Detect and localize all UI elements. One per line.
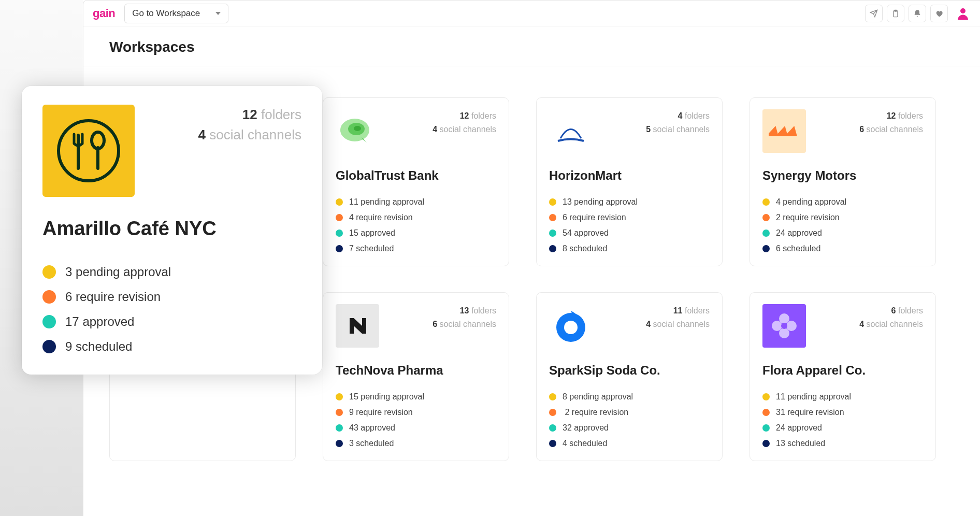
page-title: Workspaces	[83, 26, 980, 66]
workspace-logo	[549, 109, 593, 153]
workspace-card[interactable]: 11 folders 4 social channels SparkSip So…	[536, 292, 723, 461]
clipboard-icon	[891, 9, 900, 18]
stat-approved: 17 approved	[42, 314, 301, 329]
workspace-logo	[336, 109, 379, 153]
workspace-stats: 11 pending approval 31 require revision …	[762, 392, 923, 448]
workspace-stats: 13 pending approval 6 require revision 5…	[549, 197, 710, 253]
chevron-down-icon	[215, 12, 221, 15]
workspace-card[interactable]: 6 folders 4 social channels Flora Appare…	[750, 292, 936, 461]
workspace-card[interactable]: 4 folders 5 social channels HorizonMart …	[536, 97, 723, 266]
topbar: gain Go to Workspace	[83, 1, 980, 26]
favorites-button[interactable]	[930, 5, 948, 22]
workspace-select-dropdown[interactable]: Go to Workspace	[124, 4, 228, 23]
svg-point-2	[960, 8, 965, 13]
workspace-title: SparkSip Soda Co.	[549, 363, 710, 378]
svg-point-7	[564, 321, 578, 334]
featured-workspace-title: Amarillo Café NYC	[42, 218, 301, 240]
workspace-stats: 15 pending approval 9 require revision 4…	[336, 392, 496, 448]
workspace-meta: 11 folders 4 social channels	[646, 304, 710, 331]
workspace-stats: 4 pending approval 2 require revision 24…	[762, 197, 923, 253]
featured-workspace-card[interactable]: 12 folders 4 social channels Amarillo Ca…	[22, 86, 322, 375]
workspace-stats: 11 pending approval 4 require revision 1…	[336, 197, 496, 253]
stat-scheduled: 9 scheduled	[42, 339, 301, 354]
featured-workspace-meta: 12 folders 4 social channels	[198, 105, 301, 145]
svg-point-12	[781, 323, 787, 329]
workspace-logo	[549, 304, 593, 348]
workspace-title: TechNova Pharma	[336, 363, 496, 378]
workspace-title: Flora Apparel Co.	[762, 363, 923, 378]
workspace-title: HorizonMart	[549, 168, 710, 183]
workspace-title: Synergy Motors	[762, 168, 923, 183]
topbar-actions	[865, 5, 971, 22]
notifications-button[interactable]	[909, 5, 926, 22]
workspace-card[interactable]: 12 folders 6 social channels Synergy Mot…	[750, 97, 936, 266]
featured-workspace-logo	[42, 105, 135, 197]
workspace-logo	[762, 304, 806, 348]
dot-approved-icon	[42, 315, 56, 328]
svg-point-11	[786, 321, 797, 331]
workspace-meta: 13 folders 6 social channels	[433, 304, 496, 331]
clipboard-button[interactable]	[887, 5, 904, 22]
dot-scheduled-icon	[42, 340, 56, 353]
svg-point-10	[772, 321, 782, 331]
send-button[interactable]	[865, 5, 883, 22]
workspace-meta: 6 folders 4 social channels	[859, 304, 923, 331]
workspace-meta: 4 folders 5 social channels	[646, 109, 710, 136]
svg-point-13	[59, 121, 119, 181]
workspace-meta: 12 folders 4 social channels	[433, 109, 496, 136]
user-icon	[955, 6, 971, 21]
featured-workspace-stats: 3 pending approval 6 require revision 17…	[42, 265, 301, 354]
workspace-logo	[762, 109, 806, 153]
user-avatar[interactable]	[955, 6, 971, 21]
heart-icon	[935, 9, 943, 18]
bell-icon	[913, 9, 921, 18]
dot-revision-icon	[42, 290, 56, 304]
logo: gain	[93, 7, 115, 20]
workspace-select-label: Go to Workspace	[132, 8, 200, 19]
paper-plane-icon	[870, 9, 878, 18]
stat-pending: 3 pending approval	[42, 265, 301, 279]
svg-point-5	[354, 126, 361, 131]
dot-pending-icon	[42, 265, 56, 279]
workspace-logo	[336, 304, 379, 348]
workspace-stats: 8 pending approval 2 require revision 32…	[549, 392, 710, 448]
workspace-title: GlobalTrust Bank	[336, 168, 496, 183]
workspace-card[interactable]: 12 folders 4 social channels GlobalTrust…	[323, 97, 509, 266]
stat-revision: 6 require revision	[42, 290, 301, 304]
workspace-meta: 12 folders 6 social channels	[859, 109, 923, 136]
workspace-card[interactable]: 13 folders 6 social channels TechNova Ph…	[323, 292, 509, 461]
